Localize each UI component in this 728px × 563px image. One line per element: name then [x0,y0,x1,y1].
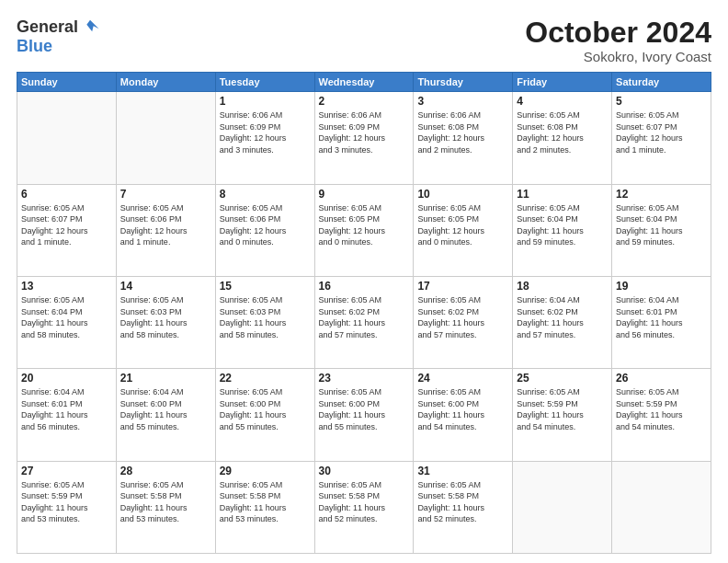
day-info: Sunrise: 6:05 AM Sunset: 6:06 PM Dayligh… [120,202,211,248]
table-row: 26Sunrise: 6:05 AM Sunset: 5:59 PM Dayli… [612,369,711,461]
table-row [513,461,612,553]
table-row: 29Sunrise: 6:05 AM Sunset: 5:58 PM Dayli… [215,461,314,553]
table-row [116,92,215,184]
day-number: 16 [319,280,410,293]
day-info: Sunrise: 6:05 AM Sunset: 6:04 PM Dayligh… [517,202,608,248]
day-info: Sunrise: 6:05 AM Sunset: 5:58 PM Dayligh… [120,479,211,525]
table-row: 16Sunrise: 6:05 AM Sunset: 6:02 PM Dayli… [314,276,414,368]
day-info: Sunrise: 6:05 AM Sunset: 6:00 PM Dayligh… [220,386,311,432]
logo-blue-text: Blue [17,37,52,56]
day-info: Sunrise: 6:05 AM Sunset: 6:08 PM Dayligh… [517,109,608,155]
day-number: 27 [21,465,112,477]
day-number: 28 [120,465,211,477]
day-number: 3 [417,95,508,108]
day-info: Sunrise: 6:05 AM Sunset: 5:59 PM Dayligh… [21,479,112,525]
header-saturday: Saturday [612,73,711,92]
table-row: 1Sunrise: 6:06 AM Sunset: 6:09 PM Daylig… [215,92,314,184]
table-row: 17Sunrise: 6:05 AM Sunset: 6:02 PM Dayli… [414,276,513,368]
day-number: 21 [120,372,211,385]
table-row: 2Sunrise: 6:06 AM Sunset: 6:09 PM Daylig… [314,92,414,184]
day-info: Sunrise: 6:05 AM Sunset: 6:04 PM Dayligh… [21,294,112,340]
day-info: Sunrise: 6:05 AM Sunset: 6:03 PM Dayligh… [120,294,211,340]
table-row: 12Sunrise: 6:05 AM Sunset: 6:04 PM Dayli… [612,184,711,276]
header-friday: Friday [513,73,612,92]
day-info: Sunrise: 6:05 AM Sunset: 6:02 PM Dayligh… [417,294,508,340]
table-row: 3Sunrise: 6:06 AM Sunset: 6:08 PM Daylig… [414,92,513,184]
location: Sokokro, Ivory Coast [525,49,711,64]
day-info: Sunrise: 6:05 AM Sunset: 6:00 PM Dayligh… [319,386,410,432]
calendar-week-row: 13Sunrise: 6:05 AM Sunset: 6:04 PM Dayli… [17,276,711,368]
day-number: 15 [220,280,311,293]
day-number: 18 [517,280,608,293]
day-info: Sunrise: 6:05 AM Sunset: 5:59 PM Dayligh… [517,386,608,432]
day-number: 26 [616,372,707,385]
table-row: 7Sunrise: 6:05 AM Sunset: 6:06 PM Daylig… [116,184,215,276]
day-info: Sunrise: 6:05 AM Sunset: 5:58 PM Dayligh… [319,479,410,525]
day-info: Sunrise: 6:06 AM Sunset: 6:09 PM Dayligh… [220,109,311,155]
calendar-table: Sunday Monday Tuesday Wednesday Thursday… [17,72,711,554]
day-info: Sunrise: 6:05 AM Sunset: 5:59 PM Dayligh… [616,386,707,432]
logo-bird-icon [80,17,100,37]
day-info: Sunrise: 6:05 AM Sunset: 6:05 PM Dayligh… [319,202,410,248]
table-row: 11Sunrise: 6:05 AM Sunset: 6:04 PM Dayli… [513,184,612,276]
day-number: 29 [220,465,311,477]
header-thursday: Thursday [414,73,513,92]
weekday-header-row: Sunday Monday Tuesday Wednesday Thursday… [17,73,711,92]
day-number: 11 [517,188,608,201]
page: General Blue October 2024 Sokokro, Ivory… [0,0,728,563]
day-number: 30 [319,465,410,477]
day-info: Sunrise: 6:05 AM Sunset: 6:02 PM Dayligh… [319,294,410,340]
table-row: 28Sunrise: 6:05 AM Sunset: 5:58 PM Dayli… [116,461,215,553]
calendar-week-row: 20Sunrise: 6:04 AM Sunset: 6:01 PM Dayli… [17,369,711,461]
logo: General Blue [17,17,100,56]
day-info: Sunrise: 6:05 AM Sunset: 6:00 PM Dayligh… [417,386,508,432]
table-row: 15Sunrise: 6:05 AM Sunset: 6:03 PM Dayli… [215,276,314,368]
day-info: Sunrise: 6:05 AM Sunset: 5:58 PM Dayligh… [220,479,311,525]
day-number: 31 [417,465,508,477]
day-number: 24 [417,372,508,385]
day-info: Sunrise: 6:04 AM Sunset: 6:02 PM Dayligh… [517,294,608,340]
day-info: Sunrise: 6:05 AM Sunset: 6:06 PM Dayligh… [220,202,311,248]
table-row: 6Sunrise: 6:05 AM Sunset: 6:07 PM Daylig… [17,184,117,276]
day-number: 2 [319,95,410,108]
logo-general-text: General [17,17,78,37]
day-info: Sunrise: 6:05 AM Sunset: 6:07 PM Dayligh… [616,109,707,155]
day-number: 10 [417,188,508,201]
table-row: 10Sunrise: 6:05 AM Sunset: 6:05 PM Dayli… [414,184,513,276]
table-row: 23Sunrise: 6:05 AM Sunset: 6:00 PM Dayli… [314,369,414,461]
calendar-week-row: 6Sunrise: 6:05 AM Sunset: 6:07 PM Daylig… [17,184,711,276]
day-info: Sunrise: 6:06 AM Sunset: 6:09 PM Dayligh… [319,109,410,155]
day-number: 13 [21,280,112,293]
table-row: 8Sunrise: 6:05 AM Sunset: 6:06 PM Daylig… [215,184,314,276]
day-number: 23 [319,372,410,385]
day-number: 22 [220,372,311,385]
month-title: October 2024 [525,17,711,49]
table-row: 4Sunrise: 6:05 AM Sunset: 6:08 PM Daylig… [513,92,612,184]
day-number: 9 [319,188,410,201]
day-info: Sunrise: 6:04 AM Sunset: 6:01 PM Dayligh… [616,294,707,340]
calendar-week-row: 27Sunrise: 6:05 AM Sunset: 5:59 PM Dayli… [17,461,711,553]
table-row: 5Sunrise: 6:05 AM Sunset: 6:07 PM Daylig… [612,92,711,184]
table-row: 30Sunrise: 6:05 AM Sunset: 5:58 PM Dayli… [314,461,414,553]
table-row: 22Sunrise: 6:05 AM Sunset: 6:00 PM Dayli… [215,369,314,461]
day-info: Sunrise: 6:05 AM Sunset: 5:58 PM Dayligh… [417,479,508,525]
header-tuesday: Tuesday [215,73,314,92]
day-number: 1 [220,95,311,108]
day-info: Sunrise: 6:05 AM Sunset: 6:05 PM Dayligh… [417,202,508,248]
day-info: Sunrise: 6:05 AM Sunset: 6:07 PM Dayligh… [21,202,112,248]
day-number: 8 [220,188,311,201]
calendar-week-row: 1Sunrise: 6:06 AM Sunset: 6:09 PM Daylig… [17,92,711,184]
table-row: 20Sunrise: 6:04 AM Sunset: 6:01 PM Dayli… [17,369,117,461]
day-number: 25 [517,372,608,385]
table-row: 19Sunrise: 6:04 AM Sunset: 6:01 PM Dayli… [612,276,711,368]
day-number: 17 [417,280,508,293]
table-row [612,461,711,553]
header-wednesday: Wednesday [314,73,414,92]
table-row: 21Sunrise: 6:04 AM Sunset: 6:00 PM Dayli… [116,369,215,461]
header-sunday: Sunday [17,73,117,92]
day-number: 12 [616,188,707,201]
table-row: 14Sunrise: 6:05 AM Sunset: 6:03 PM Dayli… [116,276,215,368]
table-row: 13Sunrise: 6:05 AM Sunset: 6:04 PM Dayli… [17,276,117,368]
title-area: October 2024 Sokokro, Ivory Coast [525,17,711,64]
day-info: Sunrise: 6:04 AM Sunset: 6:00 PM Dayligh… [120,386,211,432]
